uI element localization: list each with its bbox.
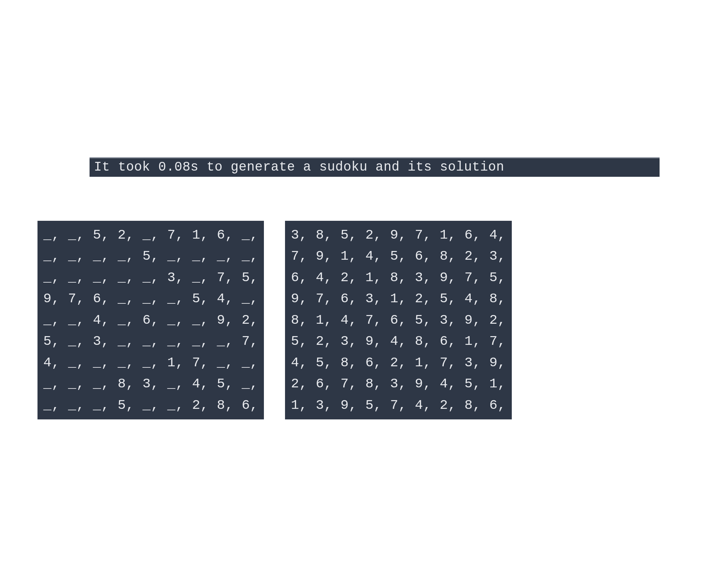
status-banner: It took 0.08s to generate a sudoku and i… [90, 157, 660, 177]
sudoku-solution-output: 3, 8, 5, 2, 9, 7, 1, 6, 4, 7, 9, 1, 4, 5… [284, 220, 513, 420]
sudoku-puzzle-output: _, _, 5, 2, _, 7, 1, 6, _, _, _, _, _, 5… [36, 220, 265, 420]
grids-container: _, _, 5, 2, _, 7, 1, 6, _, _, _, _, _, 5… [36, 220, 513, 420]
status-text: It took 0.08s to generate a sudoku and i… [94, 160, 504, 175]
